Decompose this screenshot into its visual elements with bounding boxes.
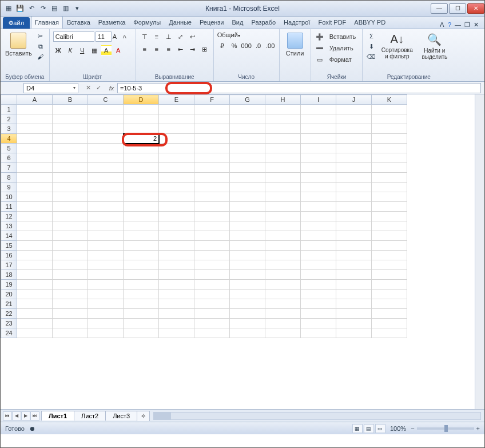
macro-record-icon[interactable]: ⏺ <box>29 425 35 432</box>
cell[interactable] <box>230 202 265 212</box>
cell[interactable] <box>230 192 265 202</box>
vertical-scrollbar[interactable] <box>475 94 484 409</box>
cell[interactable] <box>336 241 372 251</box>
cell[interactable] <box>124 163 159 173</box>
row-header[interactable]: 9 <box>1 183 17 192</box>
cell[interactable] <box>194 231 230 241</box>
formula-input[interactable]: =10-5-3 <box>117 83 481 93</box>
cell[interactable] <box>372 299 407 309</box>
row-header[interactable]: 19 <box>1 280 17 290</box>
tab-layout[interactable]: Разметка <box>94 16 130 29</box>
cell[interactable] <box>124 144 159 153</box>
qat-dropdown-icon[interactable]: ▾ <box>73 4 82 13</box>
cell[interactable] <box>53 221 88 231</box>
copy-icon[interactable]: ⧉ <box>35 42 46 51</box>
styles-button[interactable]: Стили <box>283 31 307 58</box>
cell[interactable] <box>88 299 124 309</box>
doc-restore-icon[interactable]: ❐ <box>464 21 470 29</box>
cell[interactable] <box>194 241 230 251</box>
cell[interactable] <box>159 270 194 280</box>
cell[interactable] <box>194 328 230 338</box>
cell[interactable] <box>88 221 124 231</box>
zoom-slider[interactable] <box>417 427 474 430</box>
cell[interactable] <box>194 212 230 221</box>
enter-formula-icon[interactable]: ✓ <box>94 84 102 92</box>
cell[interactable] <box>372 280 407 290</box>
cell[interactable] <box>230 280 265 290</box>
cell[interactable] <box>372 231 407 241</box>
cell[interactable] <box>336 251 372 260</box>
horizontal-scrollbar[interactable] <box>153 412 481 420</box>
cell[interactable] <box>230 114 265 124</box>
cell[interactable] <box>159 192 194 202</box>
row-header[interactable]: 3 <box>1 124 17 134</box>
shrink-font-icon[interactable]: A <box>123 34 132 39</box>
row-header[interactable]: 21 <box>1 299 17 309</box>
cell[interactable] <box>159 309 194 319</box>
minimize-ribbon-icon[interactable]: ⴷ <box>440 21 444 29</box>
cell[interactable] <box>88 260 124 270</box>
cell[interactable] <box>336 309 372 319</box>
normal-view-icon[interactable]: ▦ <box>352 424 363 433</box>
percent-icon[interactable]: % <box>229 41 240 51</box>
cell[interactable] <box>159 221 194 231</box>
row-header[interactable]: 20 <box>1 290 17 299</box>
row-header[interactable]: 18 <box>1 270 17 280</box>
cell[interactable] <box>159 124 194 134</box>
sheet-nav-first-icon[interactable]: ⏮ <box>3 411 12 421</box>
tab-insert[interactable]: Вставка <box>63 16 94 29</box>
cell[interactable] <box>372 105 407 114</box>
cell[interactable] <box>88 173 124 183</box>
cell[interactable] <box>159 105 194 114</box>
cell[interactable] <box>53 241 88 251</box>
cell[interactable] <box>372 319 407 328</box>
cell[interactable] <box>17 124 53 134</box>
cell[interactable] <box>53 251 88 260</box>
cell[interactable] <box>124 290 159 299</box>
cell[interactable] <box>88 231 124 241</box>
cell[interactable] <box>372 144 407 153</box>
cell[interactable] <box>17 192 53 202</box>
name-box[interactable]: D4 ▾ <box>23 83 78 93</box>
cell[interactable] <box>301 144 336 153</box>
cell[interactable] <box>301 212 336 221</box>
minimize-button[interactable]: — <box>431 3 448 14</box>
cell[interactable] <box>194 144 230 153</box>
cell[interactable] <box>230 134 265 144</box>
cell[interactable] <box>301 251 336 260</box>
sheet-tab[interactable]: Лист3 <box>105 411 137 421</box>
cell[interactable] <box>53 309 88 319</box>
cell[interactable] <box>301 163 336 173</box>
page-layout-view-icon[interactable]: ▤ <box>364 424 374 433</box>
cell[interactable] <box>88 114 124 124</box>
tab-home[interactable]: Главная <box>31 16 63 29</box>
cell[interactable] <box>88 105 124 114</box>
cell[interactable] <box>124 328 159 338</box>
cell[interactable] <box>159 299 194 309</box>
cell[interactable] <box>336 270 372 280</box>
cell[interactable] <box>17 328 53 338</box>
cell[interactable] <box>265 153 301 163</box>
cell[interactable] <box>372 192 407 202</box>
tab-review[interactable]: Рецензи <box>196 16 228 29</box>
cell[interactable] <box>265 114 301 124</box>
cell[interactable] <box>88 124 124 134</box>
cell[interactable] <box>17 163 53 173</box>
cell[interactable] <box>265 202 301 212</box>
row-header[interactable]: 23 <box>1 319 17 328</box>
grow-font-icon[interactable]: A <box>113 33 122 40</box>
cell[interactable] <box>159 280 194 290</box>
cell[interactable] <box>265 299 301 309</box>
cell[interactable] <box>265 241 301 251</box>
cell[interactable] <box>372 241 407 251</box>
cell[interactable] <box>53 299 88 309</box>
cell[interactable] <box>301 231 336 241</box>
row-header[interactable]: 16 <box>1 251 17 260</box>
cell[interactable] <box>372 183 407 192</box>
cell[interactable] <box>53 114 88 124</box>
cell[interactable] <box>265 231 301 241</box>
cell[interactable] <box>53 260 88 270</box>
font-name-select[interactable]: Calibri <box>53 31 94 42</box>
row-header[interactable]: 4 <box>1 134 17 144</box>
row-header[interactable]: 17 <box>1 260 17 270</box>
